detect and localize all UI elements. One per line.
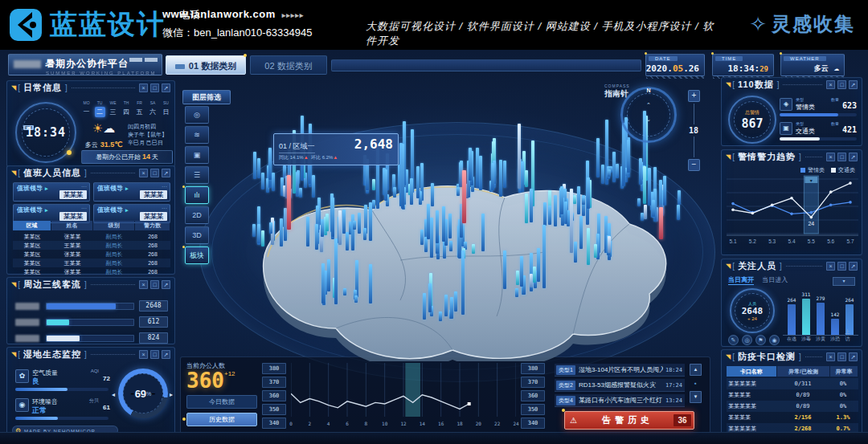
window-icon[interactable]: □ bbox=[150, 84, 159, 92]
count-label: 数量 bbox=[831, 121, 839, 126]
expand-icon[interactable]: ↗ bbox=[849, 352, 858, 361]
trend-dropdown[interactable]: ▾ bbox=[833, 277, 855, 286]
today-data-button[interactable]: 今日数据 bbox=[186, 395, 257, 409]
window-icon[interactable]: □ bbox=[837, 153, 846, 161]
edit-icon[interactable]: ✎ bbox=[728, 335, 739, 345]
layer-button-monitor[interactable]: ▣ bbox=[185, 146, 209, 164]
close-icon[interactable]: × bbox=[139, 169, 148, 177]
layer-button-view-2d[interactable]: 2D bbox=[185, 206, 209, 224]
tab-data-category-1[interactable]: 01 数据类别 bbox=[166, 55, 246, 75]
more-icon[interactable]: ··· bbox=[81, 206, 87, 211]
tab-data-category-2[interactable]: 02 数据类别 bbox=[250, 55, 327, 75]
alert-row[interactable]: 类型4某路口有小汽车连闯三个红灯13:24 bbox=[555, 394, 685, 407]
y-tick: 380 bbox=[521, 363, 545, 374]
close-icon[interactable]: × bbox=[139, 84, 148, 92]
checkpoint-detect: 2/156 bbox=[776, 412, 829, 423]
zoom-in-button[interactable]: + bbox=[688, 90, 700, 102]
more-icon[interactable]: ··· bbox=[81, 184, 87, 189]
alert-tag: 类型2 bbox=[556, 381, 575, 390]
expand-icon[interactable]: ↗ bbox=[849, 262, 858, 271]
alert-row[interactable]: 类型2RD13-53烟感报警疑似火灾17:24 bbox=[555, 379, 685, 392]
expand-icon[interactable]: ↗ bbox=[849, 153, 858, 161]
inspiration-label: 灵感收集 bbox=[772, 11, 855, 37]
checkpoint-rate: 1.3% bbox=[829, 412, 857, 423]
window-icon[interactable]: □ bbox=[150, 280, 159, 289]
count-label: 数量 bbox=[831, 97, 839, 102]
logo[interactable]: 蓝蓝设计 bbox=[8, 6, 166, 43]
duty-leader-card[interactable]: 值班领导▸···某某某 bbox=[13, 182, 90, 202]
cell: 副局长 bbox=[93, 232, 135, 241]
scroll-up-icon[interactable]: ▲ bbox=[690, 364, 702, 376]
layer-button-bar-chart[interactable]: ılı bbox=[185, 186, 209, 204]
flag-icon[interactable]: ⚑ bbox=[755, 335, 766, 345]
tab-active-dot bbox=[244, 54, 247, 57]
scroll-down-icon[interactable]: ▼ bbox=[690, 391, 702, 403]
alert-row[interactable]: 类型1湿地3-104片区有不明人员闯入18:24 bbox=[555, 364, 685, 377]
close-icon[interactable]: × bbox=[139, 350, 148, 359]
alert-count-badge: 36 bbox=[674, 414, 691, 426]
tab-enter-today[interactable]: 当日进入 bbox=[762, 276, 788, 283]
gauge-right-arrow[interactable]: ▸ bbox=[170, 391, 173, 398]
expand-icon[interactable]: ↗ bbox=[849, 80, 858, 89]
layer-button-list[interactable]: ☰ bbox=[185, 166, 209, 184]
panel-eco-monitor: ◥[湿地生态监控]×□↗ ✿空气质量AQI72良◉环境噪音分贝61正常 - 69… bbox=[6, 347, 175, 440]
expand-icon[interactable]: ↗ bbox=[162, 84, 170, 92]
tooltip-pointer bbox=[290, 165, 291, 176]
alert-history-banner[interactable]: ⚠ 告警历史 36 bbox=[564, 411, 694, 430]
metric-slider[interactable] bbox=[15, 417, 108, 420]
metric-slider[interactable] bbox=[15, 388, 108, 391]
close-icon[interactable]: × bbox=[826, 80, 835, 89]
metric-unit: AQI bbox=[91, 369, 99, 373]
layer-button-signal[interactable]: ≋ bbox=[185, 126, 209, 144]
cell: 某某区 bbox=[13, 232, 51, 241]
window-icon[interactable]: □ bbox=[150, 350, 159, 359]
close-icon[interactable]: × bbox=[826, 352, 835, 361]
zoom-out-button[interactable]: − bbox=[688, 159, 700, 171]
layer-button-sector[interactable]: 板块 bbox=[185, 246, 209, 264]
window-icon[interactable]: □ bbox=[837, 262, 846, 271]
bar-track bbox=[46, 319, 134, 326]
tab-left-today[interactable]: 当日离开 bbox=[728, 276, 754, 285]
police-trend-chart: ▾245.15.25.35.45.55.65.7 bbox=[725, 174, 860, 255]
bar-value: 824 bbox=[139, 332, 168, 344]
inspiration-collect[interactable]: ✧ 灵感收集 bbox=[749, 11, 855, 37]
title-decor bbox=[129, 58, 158, 62]
week-day: TU二 bbox=[95, 100, 105, 117]
close-icon[interactable]: × bbox=[139, 280, 148, 289]
bar-value: 612 bbox=[139, 316, 168, 328]
close-icon[interactable]: × bbox=[826, 153, 835, 161]
expand-icon[interactable]: ↗ bbox=[162, 280, 170, 289]
view-icon[interactable]: ◉ bbox=[769, 335, 780, 345]
bar-track bbox=[46, 335, 134, 342]
duty-leader-card[interactable]: 值班领导▸···某某某 bbox=[93, 182, 170, 202]
expand-icon[interactable]: ↗ bbox=[162, 350, 170, 359]
layer-button-view-3d[interactable]: 3D bbox=[185, 226, 209, 244]
more-icon[interactable]: ··· bbox=[162, 184, 167, 189]
col-header: 姓名 bbox=[51, 221, 92, 230]
duty-leader-cards: 值班领导▸···某某某值班领导▸···某某某值班领导▸···某某某值班领导▸··… bbox=[13, 182, 170, 223]
cell: 张某某 bbox=[51, 267, 93, 276]
focus-bar-value: 311 bbox=[802, 291, 811, 297]
legend-swatch bbox=[800, 168, 805, 173]
cell: 某某区 bbox=[13, 241, 51, 250]
layer-button-location-pin[interactable]: ◎ bbox=[185, 106, 209, 124]
scroll-thumb[interactable]: ● bbox=[690, 378, 701, 389]
x-tick: 4 bbox=[327, 421, 330, 426]
window-icon[interactable]: □ bbox=[150, 169, 159, 177]
focus-people-bars: 264在逃311涉毒279涉黄142涉恐264上访 bbox=[783, 287, 858, 343]
more-icon[interactable]: ··· bbox=[162, 206, 167, 211]
target-icon[interactable]: ◎ bbox=[742, 335, 752, 345]
total-alarm-gauge: 总警情867 bbox=[728, 96, 776, 144]
gauge-left-arrow[interactable]: ◂ bbox=[112, 391, 115, 398]
expand-icon[interactable]: ↗ bbox=[162, 169, 170, 177]
history-data-button[interactable]: 历史数据 bbox=[186, 413, 257, 426]
window-icon[interactable]: □ bbox=[837, 80, 846, 89]
panel-checkpoint: ◥[防疫卡口检测]×□↗ 卡口名称异常/已检测异常率 某某某某某0/3110%某… bbox=[721, 349, 862, 440]
window-icon[interactable]: □ bbox=[837, 352, 846, 361]
office-count-block: 当前办公人数 360+12 今日数据 历史数据 bbox=[186, 361, 260, 426]
alert-tag: 类型4 bbox=[556, 396, 575, 405]
air-quality-icon: ✿ bbox=[15, 369, 29, 383]
focus-bar-value: 142 bbox=[831, 312, 840, 317]
close-icon[interactable]: × bbox=[826, 262, 835, 271]
y-axis-right: 380370360350340 bbox=[521, 363, 545, 431]
